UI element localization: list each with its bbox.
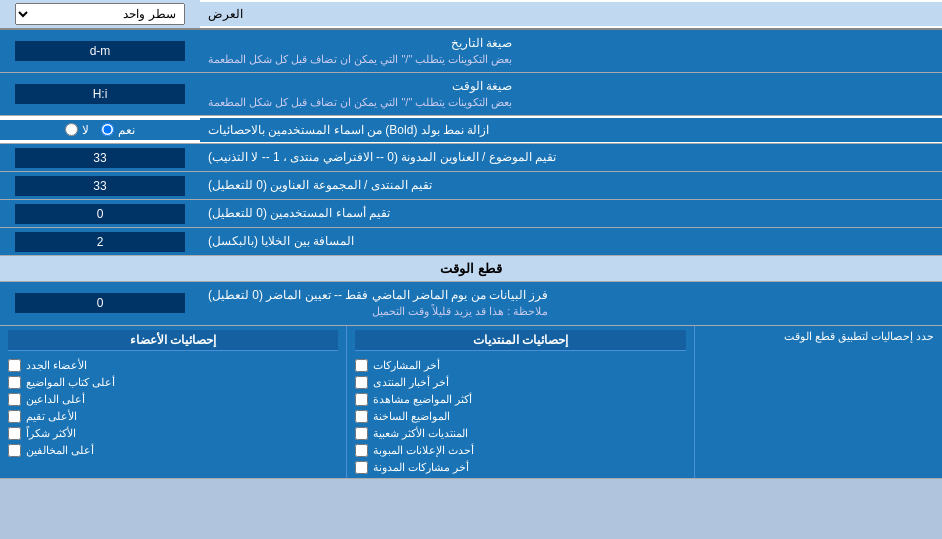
users-order-input-container bbox=[0, 200, 200, 227]
bold-yes-radio[interactable] bbox=[101, 123, 114, 136]
bold-no-label[interactable]: لا bbox=[65, 123, 89, 137]
cb-item-4: المواضيع الساخنة bbox=[355, 410, 685, 423]
bold-row: ازالة نمط بولد (Bold) من اسماء المستخدمي… bbox=[0, 116, 942, 144]
cb-member-cb-6[interactable] bbox=[8, 444, 21, 457]
col-divider-2 bbox=[346, 326, 347, 478]
cb-member-cb-5[interactable] bbox=[8, 427, 21, 440]
cb-item-6: أحدث الإعلانات المبوبة bbox=[355, 444, 685, 457]
dropdown-container: سطر واحدسطرينثلاثة أسطر bbox=[0, 0, 200, 28]
date-format-input[interactable] bbox=[15, 41, 184, 61]
forum-order-input-container bbox=[0, 172, 200, 199]
display-label: العرض bbox=[200, 2, 942, 26]
cb-member-cb-3[interactable] bbox=[8, 393, 21, 406]
cb-item-7: أخر مشاركات المدونة bbox=[355, 461, 685, 474]
cb-forum-1[interactable] bbox=[355, 359, 368, 372]
page-title: العرض bbox=[208, 7, 243, 21]
forum-order-label: تقيم المنتدى / المجموعة العناوين (0 للتع… bbox=[200, 172, 942, 199]
cb-forum-6[interactable] bbox=[355, 444, 368, 457]
cb-member-cb-2[interactable] bbox=[8, 376, 21, 389]
cutoff-row: فرز البيانات من يوم الماضر الماضي فقط --… bbox=[0, 282, 942, 325]
cb-item-1: أخر المشاركات bbox=[355, 359, 685, 372]
topic-order-input[interactable] bbox=[15, 148, 184, 168]
date-format-row: صيغة التاريخ بعض التكوينات يتطلب "/" الت… bbox=[0, 30, 942, 73]
time-format-label: صيغة الوقت بعض التكوينات يتطلب "/" التي … bbox=[200, 73, 942, 115]
users-order-row: تقيم أسماء المستخدمين (0 للتعطيل) bbox=[0, 200, 942, 228]
cb-member-cb-1[interactable] bbox=[8, 359, 21, 372]
topic-order-label: تقيم الموضوع / العناوين المدونة (0 -- ال… bbox=[200, 144, 942, 171]
cb-member-6: أعلى المخالفين bbox=[8, 444, 338, 457]
cb-member-3: أعلى الداعين bbox=[8, 393, 338, 406]
cb-item-3: أكثر المواضيع مشاهدة bbox=[355, 393, 685, 406]
date-format-label: صيغة التاريخ بعض التكوينات يتطلب "/" الت… bbox=[200, 30, 942, 72]
cell-spacing-label: المسافة بين الخلايا (بالبكسل) bbox=[200, 228, 942, 255]
date-format-input-container bbox=[0, 30, 200, 72]
stats-label-col: حدد إحصاليات لتطبيق قطع الوقت bbox=[695, 326, 942, 478]
bold-radio-container: نعم لا bbox=[0, 120, 200, 140]
display-select[interactable]: سطر واحدسطرينثلاثة أسطر bbox=[15, 3, 184, 25]
bold-label: ازالة نمط بولد (Bold) من اسماء المستخدمي… bbox=[200, 118, 942, 142]
bold-no-radio[interactable] bbox=[65, 123, 78, 136]
time-format-input-container bbox=[0, 73, 200, 115]
time-format-row: صيغة الوقت بعض التكوينات يتطلب "/" التي … bbox=[0, 73, 942, 116]
main-container: العرض سطر واحدسطرينثلاثة أسطر صيغة التار… bbox=[0, 0, 942, 479]
users-order-label: تقيم أسماء المستخدمين (0 للتعطيل) bbox=[200, 200, 942, 227]
stats-checkbox-section: حدد إحصاليات لتطبيق قطع الوقت إحصائيات ا… bbox=[0, 326, 942, 479]
forum-order-row: تقيم المنتدى / المجموعة العناوين (0 للتع… bbox=[0, 172, 942, 200]
users-order-input[interactable] bbox=[15, 204, 184, 224]
col1-header: إحصائيات المنتديات bbox=[355, 330, 685, 351]
member-stats-col: إحصائيات الأعضاء الأعضاء الجدد أعلى كتاب… bbox=[0, 326, 346, 478]
topic-order-input-container bbox=[0, 144, 200, 171]
cutoff-section-header: قطع الوقت bbox=[0, 256, 942, 282]
col-divider-1 bbox=[694, 326, 695, 478]
cb-member-cb-4[interactable] bbox=[8, 410, 21, 423]
cell-spacing-input[interactable] bbox=[15, 232, 184, 252]
cb-forum-5[interactable] bbox=[355, 427, 368, 440]
cb-member-1: الأعضاء الجدد bbox=[8, 359, 338, 372]
cb-member-5: الأكثر شكراً bbox=[8, 427, 338, 440]
bold-yes-label[interactable]: نعم bbox=[101, 123, 135, 137]
cutoff-input[interactable] bbox=[15, 293, 184, 313]
cb-forum-7[interactable] bbox=[355, 461, 368, 474]
cell-spacing-input-container bbox=[0, 228, 200, 255]
cb-item-5: المنتديات الأكثر شعبية bbox=[355, 427, 685, 440]
cutoff-input-container bbox=[0, 282, 200, 324]
cb-member-2: أعلى كتاب المواضيع bbox=[8, 376, 338, 389]
time-format-input[interactable] bbox=[15, 84, 184, 104]
forum-stats-col: إحصائيات المنتديات أخر المشاركات أخر أخب… bbox=[347, 326, 693, 478]
display-row: العرض سطر واحدسطرينثلاثة أسطر bbox=[0, 0, 942, 30]
cell-spacing-row: المسافة بين الخلايا (بالبكسل) bbox=[0, 228, 942, 256]
cb-member-4: الأعلى تقيم bbox=[8, 410, 338, 423]
cb-forum-3[interactable] bbox=[355, 393, 368, 406]
cb-forum-2[interactable] bbox=[355, 376, 368, 389]
cb-forum-4[interactable] bbox=[355, 410, 368, 423]
cb-item-2: أخر أخبار المنتدى bbox=[355, 376, 685, 389]
cutoff-label: فرز البيانات من يوم الماضر الماضي فقط --… bbox=[200, 282, 942, 324]
col2-header: إحصائيات الأعضاء bbox=[8, 330, 338, 351]
topic-order-row: تقيم الموضوع / العناوين المدونة (0 -- ال… bbox=[0, 144, 942, 172]
forum-order-input[interactable] bbox=[15, 176, 184, 196]
